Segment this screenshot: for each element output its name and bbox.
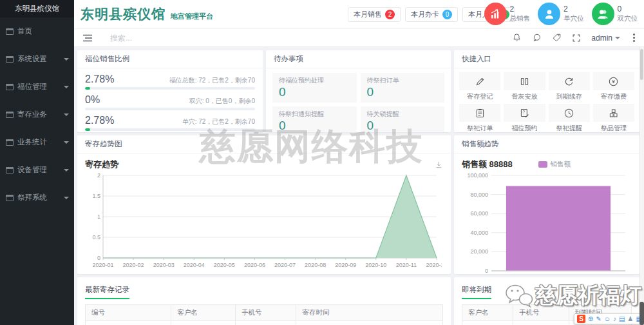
quick-label: 福位预约 bbox=[504, 124, 545, 132]
quick-renew-storage[interactable]: 到期续存 bbox=[549, 72, 590, 101]
card-latest-records: 最新寄存记录 编号 客户名 手机号 寄存时间 bbox=[77, 277, 451, 325]
scrollbar-track[interactable] bbox=[639, 47, 644, 325]
quick-worship-reminder[interactable]: 祭祀提醒 bbox=[549, 104, 590, 132]
svg-text:0: 0 bbox=[485, 268, 488, 274]
tag-icon[interactable] bbox=[552, 33, 562, 43]
column-header: 客户名 bbox=[171, 305, 236, 321]
quick-label: 寄存缴费 bbox=[593, 92, 634, 101]
grid-icon bbox=[6, 112, 14, 118]
scrollbar-thumb[interactable] bbox=[640, 49, 643, 80]
quick-ashes-placement[interactable]: 骨灰安放 bbox=[504, 72, 545, 101]
sidebar-item-storage-business[interactable]: 寄存业务 bbox=[0, 101, 74, 128]
todo-label: 待祭扫通知提醒 bbox=[279, 110, 350, 119]
column-header: 客户名 bbox=[462, 305, 513, 321]
ratio-desc: 单穴: 72，已售2，剩余70 bbox=[182, 117, 255, 126]
ime-icon[interactable]: ♪ bbox=[613, 316, 616, 322]
quick-offerings-management[interactable]: 祭品管理 bbox=[593, 104, 634, 132]
main-area: 东明县殡仪馆 地宫管理平台 本月销售 2 本月办卡 0 本月入住 0 bbox=[74, 0, 644, 325]
sidebar-item-label: 设备管理 bbox=[17, 165, 64, 175]
sidebar-item-system-settings[interactable]: 系统设置 bbox=[0, 45, 74, 73]
card-todo: 待办事项 待福位预约处理 0 待祭扫订单 0 待祭扫通知提醒 0 bbox=[266, 50, 451, 132]
svg-text:80,000: 80,000 bbox=[470, 192, 488, 198]
sogou-logo-icon[interactable]: S bbox=[577, 315, 585, 323]
svg-text:2020-06: 2020-06 bbox=[244, 262, 265, 268]
tab-latest-records[interactable]: 最新寄存记录 bbox=[85, 285, 129, 299]
card-title: 寄存趋势图 bbox=[77, 135, 451, 153]
quick-storage-register[interactable]: 寄存登记 bbox=[459, 72, 500, 101]
todo-lock-reminders[interactable]: 待关锁提醒 0 bbox=[361, 106, 445, 132]
stat-double-slots: 0 双穴位 bbox=[592, 3, 638, 25]
quick-label: 祭祀提醒 bbox=[549, 124, 590, 132]
message-icon[interactable] bbox=[532, 33, 542, 43]
app-root: 东明县殡仪馆 首页 系统设置 福位管理 寄存业务 业务统计 设备管理 bbox=[0, 0, 644, 325]
todo-label: 待关锁提醒 bbox=[367, 110, 439, 119]
badge-month-sales[interactable]: 本月销售 2 bbox=[348, 7, 401, 22]
ratio-row-single: 2.78% 单穴: 72，已售2，剩余70 bbox=[85, 115, 255, 131]
download-icon[interactable] bbox=[435, 161, 443, 169]
stat-value: 2 bbox=[564, 5, 584, 14]
ime-toolbar[interactable]: S ⊕ ✎ ☺ ♪ ▤ ♟ ▦ bbox=[574, 313, 644, 324]
fullscreen-icon[interactable] bbox=[572, 34, 581, 43]
toolbar-actions: admin bbox=[512, 33, 644, 43]
sidebar-item-home[interactable]: 首页 bbox=[0, 17, 74, 45]
svg-text:2020-08: 2020-08 bbox=[305, 262, 326, 268]
card-quick-entry: 快捷入口 寄存登记 骨灰安放 bbox=[454, 50, 639, 132]
sidebar-item-label: 系统设置 bbox=[17, 54, 64, 64]
todo-value: 0 bbox=[367, 119, 439, 132]
yen-icon: ¥ bbox=[593, 72, 634, 90]
ime-icon[interactable]: ⊕ bbox=[588, 316, 593, 322]
sidebar-item-slot-management[interactable]: 福位管理 bbox=[0, 73, 74, 101]
sidebar-item-label: 寄存业务 bbox=[17, 110, 64, 119]
card-slot-sales-ratio: 福位销售比例 2.78% 福位总数: 72，已售2，剩余70 0% 双穴: 0，… bbox=[77, 50, 263, 132]
progress-bar bbox=[85, 87, 255, 90]
stat-single-slots: 2 单穴位 bbox=[538, 3, 584, 25]
quick-worship-orders[interactable]: 祭祀订单 bbox=[459, 104, 500, 132]
scrollbar-thumb[interactable] bbox=[639, 302, 644, 325]
sidebar-item-device-management[interactable]: 设备管理 bbox=[0, 156, 74, 184]
sidebar-item-worship-system[interactable]: 祭拜系统 bbox=[0, 184, 74, 212]
quick-label: 祭祀订单 bbox=[459, 124, 500, 132]
bell-icon[interactable] bbox=[512, 33, 522, 43]
todo-slot-reservations[interactable]: 待福位预约处理 0 bbox=[272, 73, 357, 103]
quick-label: 骨灰安放 bbox=[504, 92, 545, 101]
badge-count: 2 bbox=[385, 10, 395, 19]
tab-expiring[interactable]: 即将到期 bbox=[462, 285, 491, 299]
sidebar: 东明县殡仪馆 首页 系统设置 福位管理 寄存业务 业务统计 设备管理 bbox=[0, 0, 74, 325]
todo-sweep-notices[interactable]: 待祭扫通知提醒 0 bbox=[272, 106, 357, 132]
chevron-down-icon bbox=[64, 86, 69, 88]
quick-storage-payment[interactable]: ¥ 寄存缴费 bbox=[593, 72, 634, 101]
more-options-icon[interactable] bbox=[633, 37, 635, 39]
svg-text:0: 0 bbox=[97, 255, 100, 261]
search-input[interactable] bbox=[110, 34, 226, 43]
sidebar-item-business-stats[interactable]: 业务统计 bbox=[0, 128, 74, 156]
user-menu[interactable]: admin bbox=[591, 34, 620, 43]
secondary-toolbar: admin bbox=[74, 29, 644, 47]
ime-icon[interactable]: ♟ bbox=[627, 316, 633, 322]
quick-label: 寄存登记 bbox=[459, 92, 500, 101]
ime-icon[interactable]: ✎ bbox=[596, 316, 601, 322]
svg-text:2020-05: 2020-05 bbox=[214, 262, 235, 268]
column-header: 寄存时间 bbox=[296, 305, 443, 321]
ratio-desc: 福位总数: 72，已售2，剩余70 bbox=[169, 76, 255, 85]
page-subtitle: 地宫管理平台 bbox=[171, 12, 213, 21]
sidebar-item-label: 福位管理 bbox=[17, 82, 64, 92]
svg-text:2020-10: 2020-10 bbox=[365, 262, 386, 268]
column-header: 手机号 bbox=[513, 305, 569, 321]
card-title: 快捷入口 bbox=[454, 50, 639, 68]
todo-sweep-orders[interactable]: 待祭扫订单 0 bbox=[361, 73, 445, 103]
table-row: REG-18642020114144615 哈吉斯 2020-11-14 14:… bbox=[86, 321, 443, 325]
badge-month-cards[interactable]: 本月办卡 0 bbox=[405, 7, 458, 22]
grid-icon bbox=[6, 28, 14, 35]
collapse-menu-icon[interactable] bbox=[83, 34, 92, 42]
ime-icon[interactable]: ▤ bbox=[619, 316, 625, 322]
quick-slot-reservation[interactable]: ? 福位预约 bbox=[504, 104, 545, 132]
grid-icon bbox=[6, 84, 14, 90]
chart-legend[interactable]: 销售额 bbox=[538, 160, 571, 169]
username: admin bbox=[591, 34, 612, 43]
ime-icon[interactable]: ☺ bbox=[604, 316, 611, 322]
doc-edit-icon: ? bbox=[504, 104, 545, 122]
svg-text:2020-11: 2020-11 bbox=[396, 262, 417, 268]
top-header: 东明县殡仪馆 地宫管理平台 本月销售 2 本月办卡 0 本月入住 0 bbox=[74, 0, 644, 29]
svg-text:0.5: 0.5 bbox=[92, 234, 100, 241]
todo-label: 待福位预约处理 bbox=[279, 76, 350, 85]
